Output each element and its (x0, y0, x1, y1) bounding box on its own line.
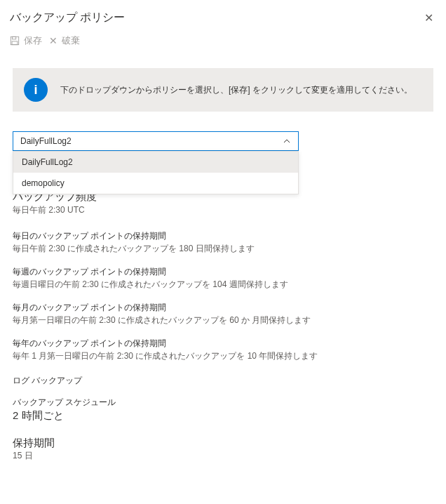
policy-dropdown-option[interactable]: DailyFullLog2 (13, 152, 298, 173)
info-banner: i 下のドロップダウンからポリシーを選択し、[保存] をクリックして変更を適用し… (13, 68, 433, 112)
discard-button[interactable]: 破棄 (62, 34, 80, 47)
log-backup-label: ログ バックアップ (13, 375, 433, 387)
weekly-retention-section: 毎週のバックアップ ポイントの保持期間 毎週日曜日の午前 2:30 に作成された… (13, 266, 433, 291)
panel-header: バックアップ ポリシー ✕ (0, 0, 446, 33)
backup-schedule-heading: バックアップ スケジュール (13, 397, 433, 409)
retention-value: 15 日 (13, 450, 433, 462)
policy-dropdown-value: DailyFullLog2 (20, 136, 72, 146)
monthly-retention-section: 毎月のバックアップ ポイントの保持期間 毎月第一日曜日の午前 2:30 に作成さ… (13, 302, 433, 326)
info-banner-text: 下のドロップダウンからポリシーを選択し、[保存] をクリックして変更を適用してく… (60, 84, 412, 96)
monthly-retention-heading: 毎月のバックアップ ポイントの保持期間 (13, 302, 433, 314)
daily-retention-section: 毎日のバックアップ ポイントの保持期間 毎日午前 2:30 に作成されたバックア… (13, 230, 433, 255)
retention-section: 保持期間 15 日 (13, 437, 433, 462)
info-icon: i (24, 78, 48, 102)
backup-schedule-section: バックアップ スケジュール 2 時間ごと (13, 397, 433, 423)
daily-retention-heading: 毎日のバックアップ ポイントの保持期間 (13, 230, 433, 242)
policy-dropdown-container: DailyFullLog2 DailyFullLog2 demopolicy (13, 131, 299, 151)
policy-details: バックアップ頻度 毎日午前 2:30 UTC 毎日のバックアップ ポイントの保持… (13, 151, 433, 462)
backup-frequency-value: 毎日午前 2:30 UTC (13, 204, 433, 216)
backup-schedule-value: 2 時間ごと (13, 409, 433, 423)
policy-dropdown-list: DailyFullLog2 demopolicy (13, 151, 299, 194)
toolbar: 保存 ✕ 破棄 (0, 33, 446, 54)
yearly-retention-section: 毎年のバックアップ ポイントの保持期間 毎年 1 月第一日曜日の午前 2:30 … (13, 338, 433, 362)
svg-rect-2 (12, 41, 18, 45)
chevron-up-icon (283, 137, 291, 145)
svg-rect-1 (13, 37, 16, 39)
panel-title: バックアップ ポリシー (10, 11, 125, 25)
weekly-retention-heading: 毎週のバックアップ ポイントの保持期間 (13, 266, 433, 278)
policy-dropdown-option[interactable]: demopolicy (13, 173, 298, 194)
retention-heading: 保持期間 (13, 437, 433, 450)
monthly-retention-value: 毎月第一日曜日の午前 2:30 に作成されたバックアップを 60 か 月間保持し… (13, 314, 433, 326)
yearly-retention-heading: 毎年のバックアップ ポイントの保持期間 (13, 338, 433, 350)
save-icon[interactable] (10, 36, 20, 46)
yearly-retention-value: 毎年 1 月第一日曜日の午前 2:30 に作成されたバックアップを 10 年間保… (13, 350, 433, 362)
close-icon[interactable]: ✕ (421, 8, 436, 27)
discard-icon[interactable]: ✕ (49, 35, 58, 46)
daily-retention-value: 毎日午前 2:30 に作成されたバックアップを 180 日間保持します (13, 243, 433, 255)
policy-dropdown[interactable]: DailyFullLog2 (13, 131, 299, 151)
panel-content: i 下のドロップダウンからポリシーを選択し、[保存] をクリックして変更を適用し… (0, 54, 446, 487)
save-button[interactable]: 保存 (24, 34, 42, 47)
weekly-retention-value: 毎週日曜日の午前 2:30 に作成されたバックアップを 104 週間保持します (13, 279, 433, 291)
